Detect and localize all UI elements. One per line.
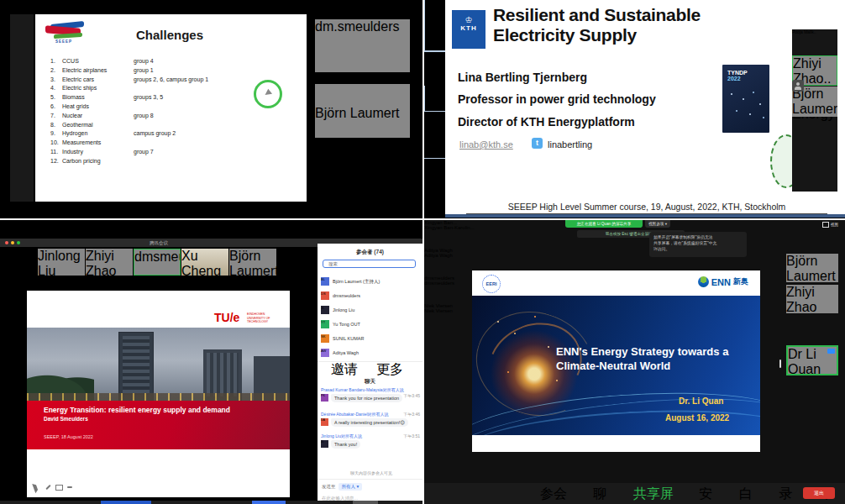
chat-header: 聊天 [318, 378, 422, 386]
slide-header: EERI ENN 新奥 [472, 270, 760, 296]
book-title-line1: TYNDP [727, 70, 769, 76]
screen-share-banner: 您正在观看 Li Quan 的屏幕共享 [565, 220, 643, 228]
participant-name-label: dmsmeulders [134, 249, 180, 265]
item-topic: Hydrogen [62, 130, 134, 139]
send-target-select[interactable]: 所有人 ▾ [339, 483, 363, 491]
cursor-tool-icon[interactable] [32, 481, 43, 493]
video-tile[interactable]: Niek Viersen Niek Viersen [424, 303, 476, 331]
avatar: JL [321, 306, 329, 314]
slide-title: Challenges [86, 28, 254, 42]
participant-name-label: dm.smeulders [315, 19, 410, 34]
item-topic: Electric ships [62, 85, 134, 94]
video-tile[interactable]: dmsmeulders dmsmeulders [424, 276, 476, 303]
twitter-handle: linabertling [548, 139, 592, 150]
item-topic: Geothermal [62, 122, 134, 131]
video-tile-dm-smeulders[interactable]: dm.smeulders [315, 19, 410, 72]
strip-collapse-handle[interactable] [779, 360, 781, 368]
participants-button[interactable]: 参会者 [540, 486, 579, 504]
view-options-button[interactable]: 视图选项 ▾ [645, 220, 670, 228]
permission-toast: 如果开启"屏幕录制权限"后仍无法 共享屏幕，请在"系统偏好设置"中允 许访问。 [649, 232, 747, 257]
eraser-tool-icon[interactable] [67, 486, 72, 488]
search-box[interactable] [323, 260, 416, 268]
participant-name: Pooja Malik.. [792, 29, 816, 34]
slide-title-line1: ENN's Energy Strategy towards a [556, 344, 754, 359]
view-control[interactable]: 视图 [822, 222, 838, 228]
participant-name: dmsmeulders [333, 293, 409, 298]
email-link[interactable]: linab@kth.se [459, 139, 513, 150]
avatar-body [795, 87, 801, 90]
participant-row[interactable]: DS dmsmeulders [321, 290, 419, 302]
participant-name-label: Xingyan Ban-Karolin... [424, 225, 476, 230]
more-button[interactable]: 更多 [376, 365, 407, 374]
participant-name-label: Björn Laumert [786, 254, 838, 282]
item-topic: Industry [62, 149, 134, 158]
participant-name: Zhiyi Zhao [86, 249, 116, 276]
security-button[interactable]: 安全 [699, 486, 725, 504]
leave-meeting-button[interactable]: 退出 [803, 487, 835, 499]
video-tile[interactable]: Xingyan Ban... Xingyan Ban-Karolin... [424, 220, 476, 248]
thumbnail-tile-active[interactable]: dmsmeulders [134, 249, 181, 276]
thumbnail-tile[interactable]: Jinlong Liu [38, 249, 85, 276]
avatar: BL [321, 277, 329, 286]
chat-bubble: Thank you! [331, 440, 360, 449]
share-screen-button[interactable]: 共享屏幕 [633, 486, 685, 504]
slide-date: SEEEP, 18 August 2022 [44, 434, 93, 439]
participant-row[interactable]: AW Aditya Wagh [321, 347, 419, 359]
avatar: SK [321, 334, 329, 343]
participant-row[interactable]: BL Björn Laumert (主持人) [321, 276, 419, 287]
record-button[interactable]: 录制 [779, 486, 806, 504]
chat-privacy-text: 聊天内容仅参会人可见 [350, 470, 392, 475]
invite-button[interactable]: 邀请 [331, 365, 361, 374]
participants-header: 参会者 (74) [318, 249, 422, 256]
thumbnail-tile[interactable]: Zhiyi Zhao [86, 249, 133, 276]
thumbnail-tile[interactable]: Xu Cheng [181, 249, 228, 276]
whiteboard-button[interactable]: 白板 [739, 486, 765, 504]
seeep-logo: SEEEP [44, 21, 86, 46]
chat-message: Prasad Kumar Bandaru-Malaysia对所有人说 下午3:4… [321, 387, 420, 402]
video-tile[interactable]: Aditya Wagh Aditya Wagh [424, 248, 476, 276]
participant-name-label: Xu Cheng [181, 249, 228, 276]
kth-logo-text: KTH [452, 24, 485, 32]
toast-line: 共享屏幕，请在"系统偏好设置"中允 [653, 240, 743, 246]
item-number: 9. [50, 130, 62, 139]
chat-time: 下午3:46 [403, 412, 420, 417]
video-tile[interactable]: Björn Laumert [786, 254, 838, 282]
annotation-circle [254, 80, 282, 108]
participant-name-label: Björn Laumert [229, 249, 276, 276]
list-item: 1.CCUSgroup 4 [50, 58, 294, 67]
chat-author-name: Prasad Kumar Bandaru-Malaysia对所有人说 [321, 387, 404, 392]
participant-name-label: Zhiyi Zhao [86, 249, 133, 276]
item-topic: Electric cars [62, 76, 134, 86]
video-tile-active-speaker[interactable]: Dr Li Quan [786, 345, 838, 375]
chat-button[interactable]: 聊天 [593, 486, 619, 504]
video-tile-bjorn-laumert[interactable]: Björn Laumert [315, 84, 410, 138]
enn-logo-text: ENN [711, 277, 731, 287]
list-item: 2.Electric airplanesgroup 1 [50, 67, 294, 76]
chat-time: 下午3:51 [403, 433, 420, 439]
participant-name-label: Jinlong Liu [38, 249, 85, 276]
item-group: group 8 [134, 113, 154, 122]
participant-row[interactable]: YT Yu Tong OUT [321, 318, 419, 330]
pen-tool-icon[interactable] [45, 485, 50, 490]
chat-message: Désirée Abubakar-Daniel对所有人说 下午3:46 DA A… [321, 412, 420, 427]
participant-name-label: Aditya Wagh [424, 253, 476, 258]
participant-row[interactable]: JL Jinlong Liu [321, 304, 419, 316]
chat-bubble: A really interesting presentation!😊 [331, 418, 408, 427]
participant-name: Björn Laumert (主持人) [333, 279, 412, 285]
shape-tool-icon[interactable] [55, 485, 63, 491]
item-number: 7. [50, 113, 62, 122]
enn-logo-cn: 新奥 [733, 276, 748, 287]
chat-author-name: Jinlong Liu对所有人说 [321, 433, 362, 438]
side-panel: 参会者 (74) BL Björn Laumert (主持人) DS dmsme… [318, 244, 422, 504]
item-group: group 4 [134, 58, 154, 67]
search-input[interactable] [328, 261, 396, 266]
participant-name: Jinlong Liu [38, 249, 81, 276]
annotation-toolbar [34, 482, 72, 492]
participant-row[interactable]: SK SUNIL KUMAR [321, 333, 419, 344]
twitter-icon: t [532, 138, 543, 149]
video-tile[interactable]: Zhiyi Zhao [786, 285, 838, 313]
video-tile[interactable]: Pooja Malik.. [792, 29, 837, 55]
item-topic: Nuclear [62, 113, 134, 122]
participant-name: Aditya Wagh [333, 350, 412, 355]
thumbnail-tile[interactable]: Björn Laumert [229, 249, 276, 276]
